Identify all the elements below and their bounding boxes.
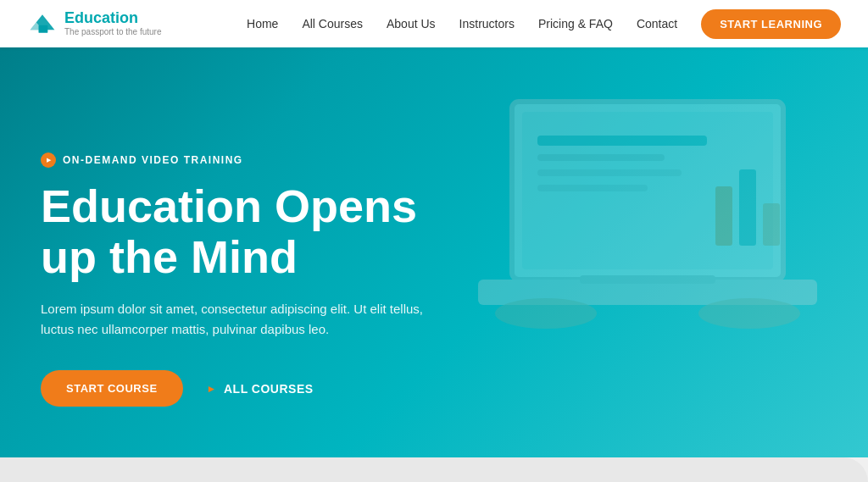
arrow-icon: ► xyxy=(207,383,217,395)
all-courses-label: ALL COURSES xyxy=(224,382,314,396)
hero-decoration xyxy=(461,85,834,373)
hero-heading: Education Opens up the Mind xyxy=(41,181,448,282)
hero-content: ON-DEMAND VIDEO TRAINING Education Opens… xyxy=(0,152,488,457)
svg-rect-14 xyxy=(739,169,756,246)
play-icon xyxy=(41,152,56,168)
hero-tag: ON-DEMAND VIDEO TRAINING xyxy=(41,152,448,168)
svg-rect-13 xyxy=(715,186,732,246)
logo-icon xyxy=(27,8,58,39)
hero-description: Lorem ipsum dolor sit amet, consectetur … xyxy=(41,299,448,340)
svg-rect-15 xyxy=(763,203,780,246)
logo[interactable]: Education The passport to the future xyxy=(27,8,162,39)
nav-contact[interactable]: Contact xyxy=(637,17,677,30)
svg-point-8 xyxy=(698,298,800,329)
start-course-button[interactable]: START COURSE xyxy=(41,370,183,407)
svg-rect-10 xyxy=(537,154,665,161)
hero-heading-line1: Education Opens xyxy=(41,180,417,231)
svg-rect-11 xyxy=(537,169,682,176)
hero-tag-text: ON-DEMAND VIDEO TRAINING xyxy=(63,154,243,166)
header: Education The passport to the future Hom… xyxy=(0,0,868,47)
main-nav: Home All Courses About Us Instructors Pr… xyxy=(247,9,841,39)
nav-instructors[interactable]: Instructors xyxy=(459,17,515,30)
nav-pricing-faq[interactable]: Pricing & FAQ xyxy=(538,17,613,30)
svg-rect-9 xyxy=(537,136,707,146)
hero-heading-line2: up the Mind xyxy=(41,231,298,282)
brand-tagline: The passport to the future xyxy=(64,27,162,37)
start-learning-button[interactable]: START LEARNING xyxy=(701,9,841,39)
all-courses-link[interactable]: ► ALL COURSES xyxy=(207,382,314,396)
logo-text: Education The passport to the future xyxy=(64,10,162,37)
brand-name: Education xyxy=(64,10,162,27)
nav-all-courses[interactable]: All Courses xyxy=(302,17,363,30)
svg-rect-12 xyxy=(537,185,648,191)
svg-rect-6 xyxy=(580,275,715,284)
bottom-strip xyxy=(0,457,868,482)
nav-about-us[interactable]: About Us xyxy=(387,17,436,30)
svg-point-7 xyxy=(495,298,597,329)
svg-rect-2 xyxy=(39,25,48,33)
nav-home[interactable]: Home xyxy=(247,17,278,30)
hero-section: ON-DEMAND VIDEO TRAINING Education Opens… xyxy=(0,0,868,457)
hero-actions: START COURSE ► ALL COURSES xyxy=(41,370,448,407)
